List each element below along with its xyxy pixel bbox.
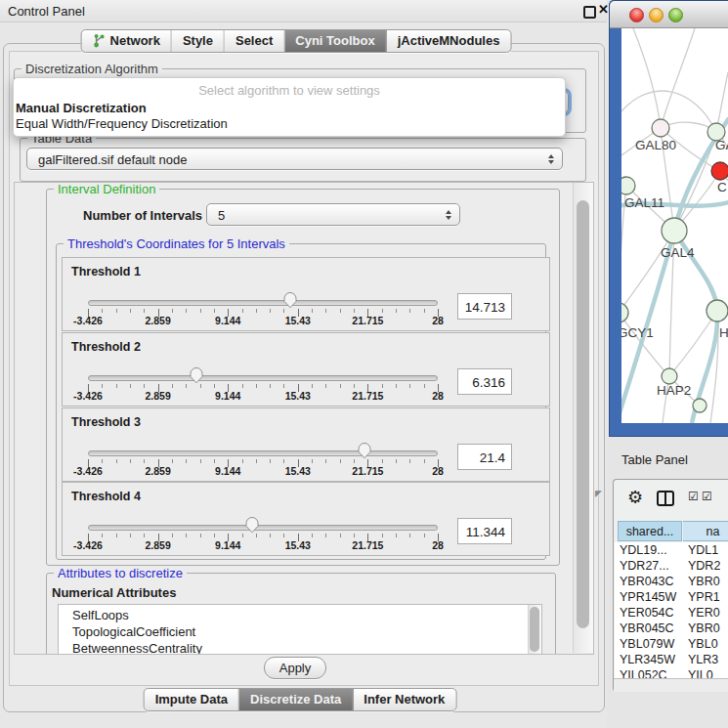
- slider-track[interactable]: [88, 300, 438, 306]
- threshold-3-block: Threshold 3 -3.4262.8599.14415.4321.7152…: [62, 407, 550, 482]
- threshold-value-field[interactable]: 6.316: [457, 368, 512, 395]
- column-header-name[interactable]: na: [683, 521, 728, 541]
- node-bottom[interactable]: [693, 399, 707, 412]
- node-label-gal11: GAL11: [624, 195, 664, 210]
- node-right[interactable]: [707, 300, 728, 321]
- list-item[interactable]: SelfLoops: [59, 605, 541, 622]
- top-tab-bar: Network Style Select Cyni Toolbox jActiv…: [81, 29, 512, 53]
- settings-scroll-area: Interval Definition Number of Intervals …: [14, 182, 594, 655]
- node-gal80[interactable]: [652, 119, 669, 137]
- algorithm-dropdown-popup: Select algorithm to view settings Manual…: [13, 77, 566, 137]
- zoom-traffic-light-icon[interactable]: [668, 8, 683, 22]
- slider-handle[interactable]: [189, 366, 203, 384]
- tab-style[interactable]: Style: [172, 30, 225, 52]
- threshold-4-block: Threshold 4 -3.4262.8599.14415.4321.7152…: [62, 482, 550, 556]
- threshold-value-field[interactable]: 11.344: [457, 518, 512, 544]
- table-row[interactable]: YDL19...YDL1: [615, 542, 728, 558]
- table-horizontal-scrollbar[interactable]: [614, 678, 728, 692]
- num-intervals-combobox[interactable]: 5: [206, 203, 460, 226]
- dropdown-option-manual[interactable]: Manual Discretization: [16, 101, 147, 115]
- close-icon[interactable]: ✕: [598, 2, 609, 17]
- network-icon: [93, 33, 106, 48]
- numerical-attributes-label: Numerical Attributes: [52, 585, 176, 600]
- node-label-partial-h: H: [719, 325, 728, 340]
- table-row[interactable]: YIL052CYIL0: [615, 667, 728, 678]
- slider-handle[interactable]: [282, 291, 297, 309]
- table-panel-title: Table Panel: [621, 452, 688, 467]
- minimize-traffic-light-icon[interactable]: [649, 8, 664, 22]
- tab-cyni-toolbox[interactable]: Cyni Toolbox: [284, 30, 386, 52]
- threshold-1-block: Threshold 1 -3.4262.8599.14415.4321.7152…: [62, 257, 550, 331]
- gear-icon[interactable]: ⚙: [627, 487, 643, 507]
- threshold-slider[interactable]: -3.4262.8599.14415.4321.71528: [88, 483, 438, 555]
- network-graph: GAL80 GA C GAL11 GAL4 GCY1 H HAP2: [621, 28, 728, 423]
- mouse-cursor-icon: ◤: [595, 489, 602, 498]
- table-row[interactable]: YBR043CYBR0: [615, 574, 728, 589]
- group-title: Interval Definition: [54, 182, 159, 196]
- threshold-slider[interactable]: -3.4262.8599.14415.4321.71528: [88, 258, 438, 330]
- threshold-value-field[interactable]: 14.713: [457, 293, 512, 320]
- network-canvas[interactable]: GAL80 GA C GAL11 GAL4 GCY1 H HAP2: [621, 28, 728, 423]
- list-item[interactable]: TopologicalCoefficient: [59, 622, 541, 639]
- float-window-icon[interactable]: [583, 6, 596, 19]
- table-row[interactable]: YBL079WYBL0: [615, 636, 728, 652]
- tab-discretize-data[interactable]: Discretize Data: [239, 689, 353, 710]
- table-row[interactable]: YLR345WYLR3: [615, 652, 728, 667]
- threshold-slider[interactable]: -3.4262.8599.14415.4321.71528: [88, 333, 438, 406]
- node-label-gal80: GAL80: [635, 138, 676, 152]
- tab-impute-data[interactable]: Impute Data: [145, 689, 239, 710]
- slider-track[interactable]: [88, 450, 438, 456]
- scrollbar-thumb[interactable]: [577, 200, 589, 628]
- tab-jactivemnodules[interactable]: jActiveMNodules: [387, 30, 511, 52]
- node-gcy1[interactable]: [621, 303, 628, 322]
- slider-handle[interactable]: [245, 516, 260, 534]
- checkbox-icon[interactable]: ☑: [702, 490, 712, 503]
- panel-title: Control Panel: [8, 4, 85, 19]
- tab-select[interactable]: Select: [225, 30, 284, 52]
- node-label-partial-ga: GA: [715, 138, 728, 152]
- list-scrollbar[interactable]: [528, 605, 541, 655]
- apply-button[interactable]: Apply: [264, 657, 326, 679]
- table-row[interactable]: YPR145WYPR1: [615, 589, 728, 605]
- table-data-combobox[interactable]: galFiltered.sif default node: [26, 148, 563, 170]
- node-gal11[interactable]: [621, 177, 635, 194]
- list-item[interactable]: BetweennessCentrality: [59, 639, 541, 655]
- node-label-gal4: GAL4: [661, 245, 695, 260]
- node-hap2[interactable]: [662, 368, 677, 384]
- slider-major-ticks: [88, 534, 439, 541]
- group-title: Threshold's Coordinates for 5 Intervals: [64, 236, 289, 251]
- threshold-value-field[interactable]: 21.4: [457, 444, 512, 470]
- slider-track[interactable]: [88, 375, 438, 381]
- slider-major-ticks: [88, 384, 439, 392]
- table-row[interactable]: YBR045CYBR0: [615, 621, 728, 636]
- checkbox-icon[interactable]: ☑: [688, 490, 699, 503]
- tab-infer-network[interactable]: Infer Network: [353, 689, 455, 710]
- bottom-tab-bar: Impute Data Discretize Data Infer Networ…: [144, 688, 457, 711]
- table-row[interactable]: YDR27...YDR2: [615, 558, 728, 574]
- group-title: Attributes to discretize: [54, 566, 187, 580]
- combo-arrows-icon: [548, 154, 554, 164]
- table-row[interactable]: YER054CYER0: [615, 605, 728, 621]
- node-table[interactable]: YDL19...YDL1 YDR27...YDR2 YBR043CYBR0 YP…: [615, 542, 728, 678]
- attributes-list[interactable]: SelfLoops TopologicalCoefficient Between…: [58, 604, 542, 655]
- tab-network[interactable]: Network: [82, 30, 172, 52]
- split-columns-icon[interactable]: [657, 491, 674, 506]
- dropdown-hint: Select algorithm to view settings: [14, 78, 565, 98]
- close-traffic-light-icon[interactable]: [629, 8, 644, 22]
- node-gal4[interactable]: [662, 218, 687, 243]
- num-intervals-label: Number of Intervals: [83, 208, 202, 223]
- node-label-gcy1: GCY1: [621, 325, 654, 340]
- panel-scrollbar[interactable]: [573, 183, 593, 653]
- threshold-slider[interactable]: -3.4262.8599.14415.4321.71528: [88, 408, 438, 481]
- combo-value: 5: [218, 208, 225, 223]
- slider-major-ticks: [88, 309, 439, 317]
- combo-value: galFiltered.sif default node: [38, 152, 187, 167]
- slider-handle[interactable]: [357, 442, 371, 459]
- slider-major-ticks: [88, 459, 439, 467]
- threshold-2-block: Threshold 2 -3.4262.8599.14415.4321.7152…: [62, 332, 550, 407]
- column-header-shared-name[interactable]: shared...: [618, 521, 682, 541]
- dropdown-option-equal-width[interactable]: Equal Width/Frequency Discretization: [16, 116, 228, 131]
- node-selected-red[interactable]: [711, 162, 728, 180]
- node-label-partial-c: C: [717, 180, 727, 194]
- slider-track[interactable]: [88, 525, 438, 531]
